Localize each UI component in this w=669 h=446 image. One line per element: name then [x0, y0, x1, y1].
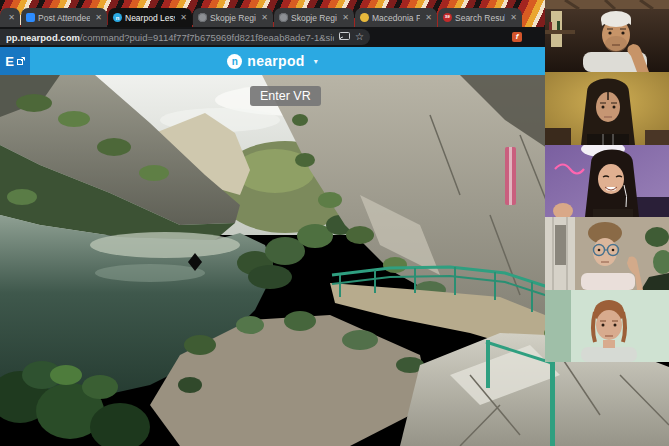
light-top [581, 347, 637, 362]
external-link-icon [17, 57, 25, 65]
enter-vr-button[interactable]: Enter VR [250, 86, 321, 106]
plant [645, 227, 669, 247]
slope-shrub [184, 335, 216, 355]
nearpod-logo[interactable]: n nearpod ▾ [227, 53, 317, 69]
dark-top [587, 134, 629, 145]
document-favicon-icon [360, 13, 369, 22]
tab-close-icon[interactable]: ✕ [508, 14, 517, 22]
share-edge-button[interactable]: E [0, 47, 30, 75]
vegetation [7, 189, 37, 205]
cliff-bush [346, 226, 374, 244]
participant-video-4[interactable] [545, 217, 669, 290]
participant-video-5[interactable] [545, 290, 669, 362]
participant-video-1[interactable] [545, 0, 669, 72]
water-reflection [90, 232, 240, 258]
tab-label: Nearpod Lesso [125, 13, 175, 23]
tab-label: Search Result [455, 13, 505, 23]
tab-close-icon[interactable]: ✕ [178, 14, 187, 22]
tab-close-icon[interactable]: ✕ [340, 14, 349, 22]
tab-label: Skopje Region [291, 13, 337, 23]
url-domain: pp.nearpod.com [6, 32, 80, 43]
tab-close-icon[interactable]: ✕ [423, 14, 432, 22]
tab-label: Skopje Region [210, 13, 256, 23]
participant-video-2[interactable] [545, 72, 669, 145]
bright-bush [50, 365, 82, 385]
globe-favicon-icon [279, 13, 288, 22]
bank-trees [248, 265, 292, 289]
tab-skopje-region-2[interactable]: Skopje Region ✕ [274, 8, 354, 27]
xe-favicon-icon: xe [443, 13, 452, 22]
video-participants-strip [545, 0, 669, 362]
dark-trees [82, 375, 118, 399]
railing-post-rock [486, 340, 490, 388]
vegetation [139, 165, 169, 181]
cliff-bush [292, 114, 308, 126]
tab-label: Post Attendee [38, 13, 90, 23]
slope-shrub [178, 377, 202, 393]
water-reflection [95, 264, 205, 282]
railing-post-rock [550, 361, 555, 446]
tab-partial[interactable]: ✕ [0, 8, 20, 27]
tab-close-icon[interactable]: ✕ [93, 14, 102, 22]
browser-toolbar: pp.nearpod.com/command?puid=9114f77f7b67… [0, 27, 545, 47]
nearpod-wordmark: nearpod [247, 53, 304, 69]
wall-shadow [545, 290, 571, 362]
cliff-bush [318, 192, 342, 208]
cliff-bush [383, 257, 407, 273]
tab-macedonia[interactable]: Macedonia Fro ✕ [355, 8, 437, 27]
zoom-favicon-icon [26, 13, 35, 22]
slope-shrub [284, 311, 316, 331]
globe-favicon-icon [198, 13, 207, 22]
flash-extension-icon[interactable]: f [512, 32, 522, 42]
screen: ✕ Post Attendee ✕ n Nearpod Lesso ✕ Skop… [0, 0, 669, 446]
cast-icon[interactable] [339, 32, 350, 43]
tab-post-attendee[interactable]: Post Attendee ✕ [21, 8, 107, 27]
bookmark-star-icon[interactable]: ☆ [355, 32, 364, 42]
nearpod-favicon-icon: n [113, 13, 122, 22]
nearpod-header: E n nearpod ▾ [0, 47, 545, 75]
vegetation [16, 94, 52, 112]
browser-tab-bar: ✕ Post Attendee ✕ n Nearpod Lesso ✕ Skop… [0, 8, 545, 27]
slope-shrub [236, 316, 264, 334]
page-url: pp.nearpod.com/command?puid=9114f77f7b67… [6, 32, 334, 43]
neck [603, 340, 615, 348]
slope-shrub [342, 330, 378, 350]
tab-close-icon[interactable]: ✕ [6, 14, 15, 22]
tab-skopje-region-1[interactable]: Skopje Region ✕ [193, 8, 273, 27]
pink-banner-stripe [509, 147, 512, 205]
chevron-down-icon[interactable]: ▾ [314, 57, 318, 66]
tab-search-results[interactable]: xe Search Result ✕ [438, 8, 522, 27]
participant-video-3[interactable] [545, 145, 669, 217]
vegetation [58, 111, 90, 127]
tab-label: Macedonia Fro [372, 13, 420, 23]
url-path: /command?puid=9114f77f7b675969fd821f8eaa… [80, 32, 334, 43]
tab-close-icon[interactable]: ✕ [259, 14, 268, 22]
address-bar[interactable]: pp.nearpod.com/command?puid=9114f77f7b67… [0, 29, 370, 45]
vegetation [97, 138, 131, 156]
share-edge-label: E [5, 54, 14, 69]
nearpod-logo-icon: n [227, 54, 242, 69]
light-top [581, 273, 635, 290]
cliff-bush [295, 153, 315, 167]
tab-nearpod-lesson[interactable]: n Nearpod Lesso ✕ [108, 8, 192, 27]
